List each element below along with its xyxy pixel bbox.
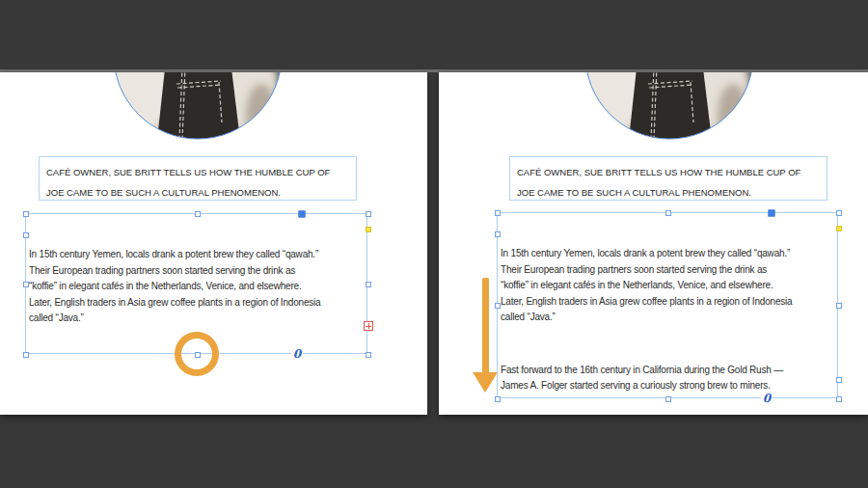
down-arrow-annotation [473, 278, 498, 393]
resize-handle-top-center[interactable] [195, 211, 201, 217]
body-text: In 15th century Yemen, locals drank a po… [498, 213, 837, 397]
anchor-handle[interactable] [769, 210, 775, 217]
resize-handle-top-right[interactable] [366, 211, 371, 217]
corner-radius-handle[interactable] [836, 226, 842, 231]
page-before: CAFÉ OWNER, SUE BRITT TELLS US HOW THE H… [0, 72, 427, 415]
resize-handle-top-center[interactable] [665, 210, 671, 216]
resize-handle-top-left[interactable] [495, 210, 501, 216]
corner-radius-handle[interactable] [366, 227, 371, 232]
barista-photo [113, 72, 283, 140]
resize-handle-mid-left[interactable] [23, 282, 29, 287]
caption-text: CAFÉ OWNER, SUE BRITT TELLS US HOW THE H… [40, 157, 356, 203]
overset-text-icon[interactable] [364, 321, 373, 331]
ornament-zero: 0 [291, 348, 303, 360]
barista-photo [584, 72, 754, 140]
in-port[interactable] [495, 231, 501, 237]
resize-handle-bottom-left[interactable] [23, 352, 29, 358]
circular-photo-frame[interactable] [584, 72, 754, 140]
down-arrow-shaft [482, 278, 489, 374]
resize-handle-top-right[interactable] [836, 210, 842, 216]
ornament-zero: 0 [761, 393, 773, 404]
anchor-handle[interactable] [299, 211, 306, 218]
in-port[interactable] [23, 232, 29, 238]
resize-handle-mid-right[interactable] [366, 282, 371, 287]
paragraph-1: In 15th century Yemen, locals drank a po… [501, 246, 837, 326]
caption-text-frame[interactable]: CAFÉ OWNER, SUE BRITT TELLS US HOW THE H… [39, 156, 357, 201]
page-after: CAFÉ OWNER, SUE BRITT TELLS US HOW THE H… [439, 72, 868, 415]
resize-handle-bottom-left[interactable] [495, 396, 501, 402]
circular-photo-frame[interactable] [113, 72, 283, 140]
highlight-ring-annotation [175, 332, 219, 376]
body-text-frame-after[interactable]: In 15th century Yemen, locals drank a po… [497, 212, 838, 398]
caption-text: CAFÉ OWNER, SUE BRITT TELLS US HOW THE H… [510, 157, 827, 203]
paragraph-1: In 15th century Yemen, locals drank a po… [29, 247, 366, 327]
resize-handle-bottom-right[interactable] [836, 396, 842, 402]
before-after-tutorial-screenshot: CAFÉ OWNER, SUE BRITT TELLS US HOW THE H… [0, 0, 868, 488]
out-port[interactable] [836, 377, 842, 383]
resize-handle-top-left[interactable] [23, 211, 29, 217]
resize-handle-bottom-right[interactable] [366, 352, 371, 358]
resize-handle-mid-right[interactable] [836, 303, 842, 309]
paragraph-2: Fast forward to the 16th century in Cali… [501, 363, 837, 394]
caption-text-frame[interactable]: CAFÉ OWNER, SUE BRITT TELLS US HOW THE H… [509, 156, 827, 201]
down-arrow-head [473, 372, 498, 393]
resize-handle-bottom-center[interactable] [665, 396, 671, 402]
